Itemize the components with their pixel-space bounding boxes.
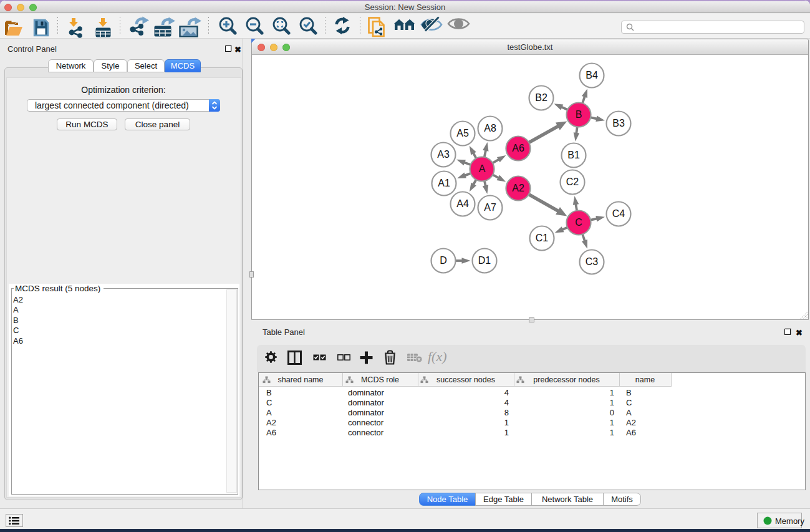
- svg-text:A5: A5: [456, 128, 469, 138]
- svg-text:B2: B2: [535, 92, 547, 103]
- svg-text:B1: B1: [567, 150, 580, 160]
- svg-text:C3: C3: [586, 256, 599, 267]
- svg-text:D1: D1: [478, 255, 491, 266]
- svg-text:B4: B4: [586, 70, 598, 80]
- svg-text:A: A: [479, 163, 486, 174]
- svg-text:C1: C1: [536, 233, 549, 243]
- svg-text:D: D: [440, 255, 447, 266]
- svg-text:A7: A7: [484, 202, 496, 213]
- svg-text:A2: A2: [512, 183, 524, 193]
- svg-text:A6: A6: [512, 143, 524, 153]
- svg-text:C4: C4: [612, 208, 625, 219]
- svg-text:C2: C2: [566, 177, 579, 187]
- svg-text:A8: A8: [484, 123, 496, 133]
- svg-text:A1: A1: [438, 178, 450, 188]
- svg-text:B: B: [576, 109, 582, 120]
- svg-text:B3: B3: [612, 118, 625, 128]
- svg-text:C: C: [575, 217, 582, 228]
- svg-text:A4: A4: [456, 198, 469, 209]
- svg-text:A3: A3: [437, 149, 450, 160]
